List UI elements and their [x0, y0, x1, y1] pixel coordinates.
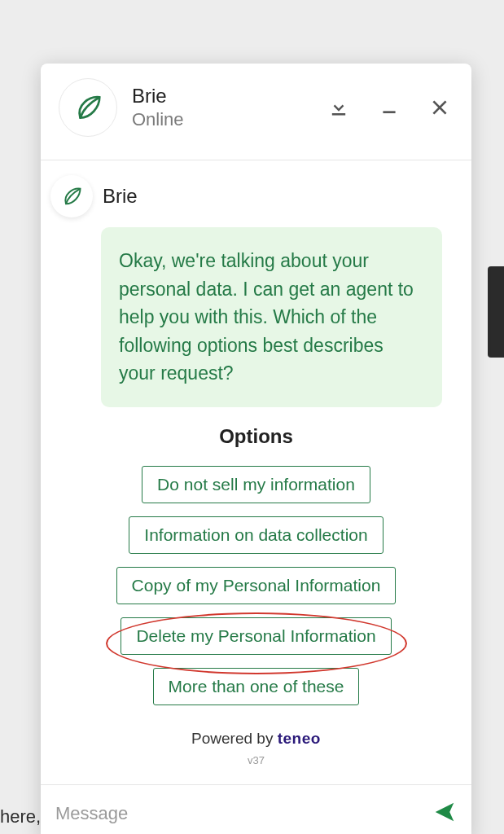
chat-window: Brie Online [41, 64, 471, 834]
close-button[interactable] [426, 94, 454, 121]
leaf-icon [60, 185, 83, 208]
powered-by-brand: teneo [278, 730, 321, 747]
bot-message-bubble: Okay, we're talking about your personal … [101, 227, 442, 407]
message-input[interactable] [55, 803, 432, 824]
bot-label: Brie [103, 185, 138, 208]
chat-footer [41, 784, 471, 834]
leaf-icon [72, 92, 103, 123]
svg-rect-0 [332, 113, 345, 116]
bot-label-row: Brie [50, 175, 457, 217]
minimize-icon [379, 97, 400, 118]
bot-name: Brie [132, 85, 184, 108]
feedback-tab[interactable] [488, 266, 504, 358]
avatar [59, 78, 117, 137]
chat-header: Brie Online [41, 64, 471, 160]
header-text: Brie Online [132, 85, 184, 130]
option-data-collection-info[interactable]: Information on data collection [129, 516, 383, 554]
avatar-small [50, 175, 93, 217]
option-do-not-sell[interactable]: Do not sell my information [142, 466, 370, 503]
minimize-button[interactable] [375, 94, 403, 121]
send-button[interactable] [432, 800, 457, 827]
download-icon [327, 96, 350, 119]
option-copy-personal-info[interactable]: Copy of my Personal Information [116, 567, 397, 604]
svg-rect-1 [383, 111, 395, 113]
send-icon [432, 800, 457, 824]
options-heading: Options [55, 425, 457, 448]
bot-status: Online [132, 109, 184, 130]
powered-by: Powered by teneo [55, 730, 457, 748]
option-delete-personal-info[interactable]: Delete my Personal Information [121, 617, 391, 655]
header-actions [325, 94, 454, 121]
option-more-than-one[interactable]: More than one of these [153, 668, 360, 705]
close-icon [429, 97, 450, 118]
options-list: Do not sell my information Information o… [55, 466, 457, 705]
version-label: v37 [55, 754, 457, 766]
chat-body: Brie Okay, we're talking about your pers… [41, 160, 471, 784]
download-button[interactable] [325, 94, 353, 121]
powered-by-prefix: Powered by [191, 730, 278, 747]
